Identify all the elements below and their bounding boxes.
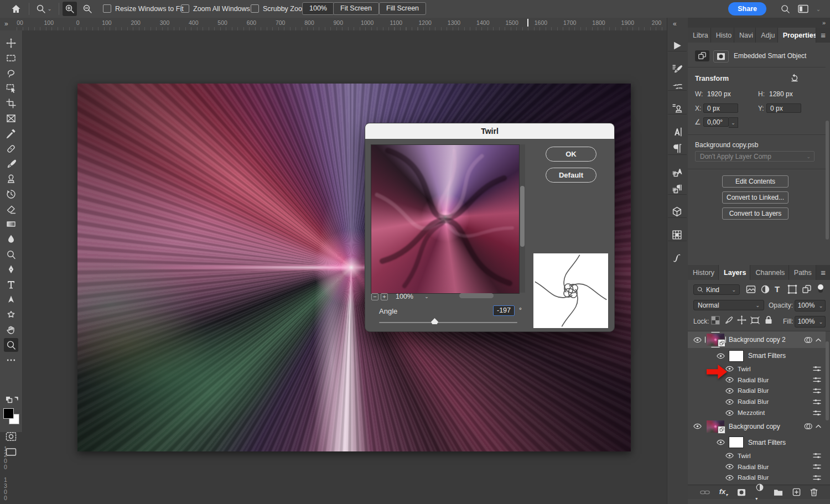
hand-tool[interactable] bbox=[4, 323, 18, 337]
collapse-filters-chevron[interactable] bbox=[816, 338, 821, 342]
opacity-dropdown[interactable]: ⌄ bbox=[817, 300, 826, 311]
preview-vertical-scrollbar[interactable] bbox=[520, 144, 525, 293]
add-mask-icon[interactable] bbox=[737, 489, 746, 496]
filter-type-icon[interactable]: T bbox=[775, 284, 780, 294]
new-layer-icon[interactable] bbox=[792, 488, 801, 496]
clone-stamp-tool[interactable] bbox=[4, 172, 18, 186]
lock-position-icon[interactable] bbox=[737, 315, 746, 325]
collapse-filters-chevron[interactable] bbox=[816, 424, 821, 428]
layer-style-fx-icon[interactable]: fx▾ bbox=[719, 487, 728, 497]
lock-all-icon[interactable] bbox=[765, 315, 772, 324]
panel-menu-icon[interactable]: ≡ bbox=[816, 268, 830, 277]
zoom-100-button[interactable]: 100% bbox=[302, 2, 334, 15]
foreground-background-colors[interactable] bbox=[3, 408, 20, 425]
smart-filter-row[interactable]: Twirl bbox=[688, 450, 826, 461]
tab-histogram[interactable]: Histo bbox=[711, 28, 734, 43]
filter-shape-icon[interactable] bbox=[787, 284, 797, 294]
panels-collapse-chevron[interactable]: » bbox=[822, 19, 826, 26]
type-tool[interactable] bbox=[4, 278, 18, 292]
screen-mode-button[interactable] bbox=[4, 445, 18, 459]
checkbox-scrubby-zoom[interactable]: Scrubby Zoom bbox=[251, 4, 308, 13]
eye-icon[interactable] bbox=[724, 388, 734, 394]
brush-settings-icon[interactable] bbox=[671, 62, 684, 75]
marquee-tool[interactable] bbox=[4, 51, 18, 65]
panel-menu-icon[interactable]: ≡ bbox=[816, 30, 830, 40]
share-button[interactable]: Share bbox=[728, 2, 766, 15]
filter-blending-options-icon[interactable] bbox=[813, 376, 821, 383]
ellipsis-tool[interactable] bbox=[4, 353, 18, 367]
path-selection-tool[interactable] bbox=[4, 293, 18, 306]
quick-mask-button[interactable] bbox=[4, 429, 18, 443]
new-group-icon[interactable] bbox=[774, 489, 783, 496]
delete-layer-icon[interactable] bbox=[810, 488, 818, 496]
pen-tool[interactable] bbox=[4, 263, 18, 277]
reset-transform-icon[interactable] bbox=[790, 74, 799, 82]
lock-transparency-icon[interactable] bbox=[711, 316, 720, 325]
gradient-tool[interactable] bbox=[4, 217, 18, 231]
filter-blending-options-icon[interactable] bbox=[813, 365, 821, 372]
mask-chip[interactable] bbox=[713, 50, 729, 63]
preview-zoom-value[interactable]: 100% bbox=[396, 293, 413, 300]
eye-icon[interactable] bbox=[724, 475, 734, 481]
checkbox[interactable] bbox=[251, 4, 259, 13]
dialog-titlebar[interactable]: Twirl bbox=[365, 123, 614, 139]
filter-blending-options-icon[interactable] bbox=[813, 409, 821, 417]
filter-name[interactable]: Twirl bbox=[738, 366, 751, 372]
filter-preview[interactable] bbox=[371, 144, 520, 294]
layer-comp-select[interactable]: Don't Apply Layer Comp ⌄ bbox=[695, 151, 815, 162]
filter-blending-options-icon[interactable] bbox=[813, 452, 821, 459]
fill-screen-button[interactable]: Fill Screen bbox=[379, 2, 426, 15]
filter-blending-options-icon[interactable] bbox=[813, 387, 821, 394]
chevron-down-icon[interactable]: ⌄ bbox=[811, 2, 826, 16]
paragraph-icon[interactable] bbox=[671, 142, 684, 155]
angle-input[interactable]: -197 bbox=[493, 305, 515, 316]
clone-source-icon[interactable] bbox=[671, 101, 684, 115]
smart-filters-row[interactable]: Smart Filters bbox=[688, 348, 826, 363]
filter-name[interactable]: Twirl bbox=[738, 453, 751, 459]
tab-paths[interactable]: Paths bbox=[789, 265, 816, 280]
convert-to-layers-button[interactable]: Convert to Layers bbox=[722, 207, 788, 220]
dodge-tool[interactable] bbox=[4, 247, 18, 261]
smart-object-chip[interactable] bbox=[695, 50, 709, 61]
character-icon[interactable] bbox=[671, 125, 684, 138]
smart-filter-row[interactable]: Radial Blur bbox=[688, 396, 826, 407]
healing-brush-tool[interactable] bbox=[4, 142, 18, 155]
zoom-out-button[interactable] bbox=[80, 2, 95, 16]
smart-filter-badge-icon[interactable] bbox=[804, 423, 812, 430]
properties-scrollbar[interactable] bbox=[826, 121, 829, 240]
crop-tool[interactable] bbox=[4, 96, 18, 110]
layer-thumbnail[interactable] bbox=[707, 420, 724, 433]
move-tool[interactable] bbox=[4, 36, 18, 50]
zoom-in-button[interactable] bbox=[63, 2, 77, 16]
smart-filter-row[interactable]: Radial Blur bbox=[688, 386, 826, 397]
preview-horizontal-scrollbar[interactable] bbox=[459, 293, 494, 298]
ok-button[interactable]: OK bbox=[546, 147, 596, 162]
layer-row[interactable]: Background copy 2 bbox=[688, 331, 826, 348]
smart-filter-row[interactable]: Radial Blur bbox=[688, 461, 826, 472]
workspace-icon[interactable] bbox=[796, 2, 810, 16]
filter-toggle-pin[interactable] bbox=[817, 283, 824, 295]
pattern-preview-icon[interactable] bbox=[671, 228, 684, 241]
filter-image-icon[interactable] bbox=[746, 284, 756, 294]
edit-contents-button[interactable]: Edit Contents bbox=[722, 175, 788, 188]
lock-image-icon[interactable] bbox=[724, 316, 733, 325]
eye-icon[interactable] bbox=[724, 453, 734, 459]
search-icon[interactable] bbox=[778, 2, 792, 16]
filter-mask-thumbnail[interactable] bbox=[729, 437, 744, 448]
rotation-dropdown[interactable]: ⌄ bbox=[729, 117, 738, 128]
layer-name[interactable]: Background copy bbox=[729, 423, 780, 430]
smart-filter-row[interactable]: Mezzotint bbox=[688, 407, 826, 418]
adjustment-layer-icon[interactable]: ▾ bbox=[755, 483, 764, 501]
angle-slider-thumb[interactable] bbox=[431, 318, 438, 324]
layer-name[interactable]: Background copy 2 bbox=[729, 336, 786, 344]
tab-history[interactable]: History bbox=[688, 265, 719, 280]
layer-thumbnail[interactable] bbox=[707, 334, 724, 346]
home-icon[interactable] bbox=[9, 2, 23, 16]
zoom-tool-icon[interactable]: ⌄ bbox=[33, 2, 54, 16]
filter-name[interactable]: Radial Blur bbox=[738, 474, 769, 481]
3d-icon[interactable] bbox=[671, 205, 684, 218]
angle-slider-track[interactable] bbox=[379, 322, 517, 323]
tab-libraries[interactable]: Libra bbox=[688, 28, 711, 43]
eye-icon[interactable] bbox=[724, 464, 734, 470]
tab-navigator[interactable]: Navi bbox=[734, 28, 756, 43]
